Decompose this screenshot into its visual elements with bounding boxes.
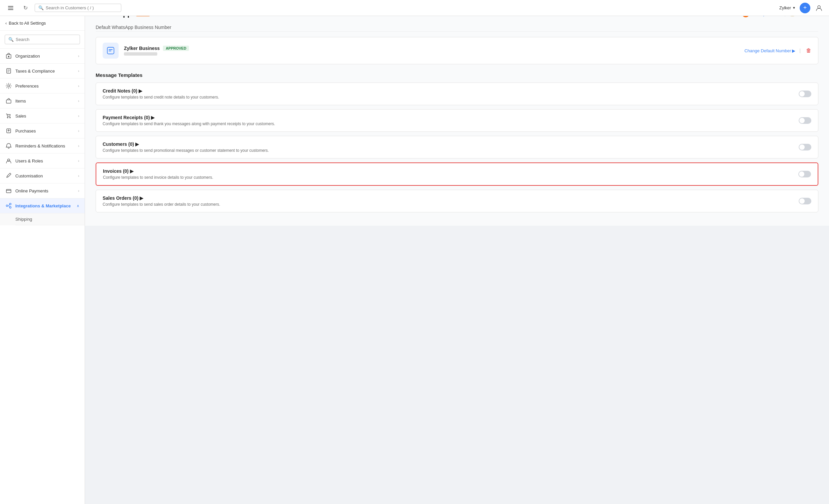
main-content: WhatsApp BETA ● 0 Buy Credits | 🔔 Learn … [85,0,829,226]
customers-desc: Configure templates to send promotional … [103,148,269,153]
sidebar-item-shipping[interactable]: Shipping [15,214,85,225]
sidebar-item-items[interactable]: Items › [0,93,85,109]
credit-notes-toggle[interactable] [799,90,812,97]
customers-toggle[interactable] [799,144,812,151]
sidebar-item-users[interactable]: Users & Roles › [0,153,85,168]
sidebar-item-sales[interactable]: Sales › [0,109,85,123]
chevron-down-icon: ▼ [792,6,796,10]
reminders-arrow: › [78,144,79,148]
org-name-label: Zylker [779,5,791,10]
svg-rect-1 [8,8,13,8]
sidebar-item-organization[interactable]: Organization › [0,49,85,64]
items-arrow: › [78,99,79,103]
sidebar-item-reminders[interactable]: Reminders & Notifications › [0,139,85,153]
template-credit-notes: Credit Notes (0) ▶ Configure templates t… [96,83,818,105]
customisation-icon [5,172,12,179]
svg-point-16 [10,207,11,208]
template-invoices: Invoices (0) ▶ Configure templates to se… [96,162,818,186]
preferences-icon [5,83,12,89]
reminders-icon [5,143,12,149]
payment-receipts-toggle[interactable] [799,117,812,124]
items-icon [5,98,12,104]
templates-section: Message Templates Credit Notes (0) ▶ Con… [96,72,818,212]
users-arrow: › [78,159,79,163]
sidebar-item-purchases[interactable]: Purchases › [0,123,85,139]
user-profile-icon[interactable] [814,3,824,13]
top-nav: ↻ 🔍 Zylker ▼ + [0,0,829,16]
default-number-card: Zylker Business APPROVED Change Default … [96,37,818,64]
payment-receipts-name[interactable]: Payment Receipts (0) ▶ [103,115,275,120]
credit-notes-desc: Configure templates to send credit note … [103,95,219,100]
sales-arrow: › [78,114,79,118]
global-search-input[interactable] [46,5,118,10]
sidebar-search-icon: 🔍 [8,37,14,42]
svg-point-14 [6,205,8,207]
shipping-label: Shipping [15,217,32,222]
sales-orders-desc: Configure templates to send sales order … [103,202,220,207]
business-name: Zylker Business [124,46,159,51]
templates-title: Message Templates [96,72,818,78]
reminders-label: Reminders & Notifications [15,144,65,149]
organization-icon [5,52,12,59]
online-payments-arrow: › [78,189,79,193]
add-button[interactable]: + [800,3,810,13]
payment-receipts-desc: Configure templates to send thank you me… [103,121,275,126]
purchases-icon [5,127,12,134]
svg-point-10 [10,117,11,118]
customisation-arrow: › [78,174,79,178]
taxes-label: Taxes & Compliance [15,69,55,74]
customers-name[interactable]: Customers (0) ▶ [103,142,269,147]
invoices-toggle[interactable] [798,171,811,178]
svg-rect-5 [8,56,9,57]
svg-rect-13 [6,189,11,193]
sidebar-item-online-payments[interactable]: Online Payments › [0,184,85,198]
users-label: Users & Roles [15,158,43,163]
sales-orders-name[interactable]: Sales Orders (0) ▶ [103,195,220,201]
delete-number-icon[interactable]: 🗑 [806,48,812,53]
invoices-desc: Configure templates to send invoice deta… [103,175,213,180]
integrations-sub-menu: Shipping [0,214,85,225]
svg-rect-8 [6,100,11,103]
template-payment-receipts: Payment Receipts (0) ▶ Configure templat… [96,109,818,132]
template-sales-orders: Sales Orders (0) ▶ Configure templates t… [96,190,818,212]
purchases-label: Purchases [15,128,36,133]
business-icon [103,43,119,59]
svg-point-9 [7,117,8,118]
sidebar-search-container: 🔍 [0,31,85,49]
integrations-icon [5,202,12,209]
sidebar-item-customisation[interactable]: Customisation › [0,168,85,184]
organization-label: Organization [15,53,40,59]
svg-rect-0 [8,6,13,7]
online-payments-icon [5,187,12,194]
organization-arrow: › [78,54,79,58]
online-payments-label: Online Payments [15,188,48,193]
back-to-settings[interactable]: ‹ Back to All Settings [0,16,85,31]
template-customers: Customers (0) ▶ Configure templates to s… [96,136,818,158]
customisation-label: Customisation [15,173,43,179]
hamburger-icon[interactable] [5,3,16,13]
sidebar-item-taxes[interactable]: Taxes & Compliance › [0,64,85,79]
sidebar-item-integrations[interactable]: Integrations & Marketplace ∧ [0,198,85,214]
taxes-arrow: › [78,69,79,73]
credit-notes-name[interactable]: Credit Notes (0) ▶ [103,88,219,93]
org-selector[interactable]: Zylker ▼ [779,5,796,10]
refresh-icon[interactable]: ↻ [20,3,31,13]
integrations-label: Integrations & Marketplace [15,203,71,208]
sidebar-item-preferences[interactable]: Preferences › [0,79,85,93]
change-default-arrow: ▶ [792,48,795,53]
purchases-arrow: › [78,129,79,133]
svg-rect-18 [109,49,113,50]
global-search-bar[interactable]: 🔍 [35,4,121,12]
invoices-name[interactable]: Invoices (0) ▶ [103,168,213,174]
preferences-label: Preferences [15,84,39,88]
sales-orders-toggle[interactable] [799,198,812,204]
change-default-number-link[interactable]: Change Default Number ▶ [744,48,795,53]
divider-pipe: | [799,48,801,53]
phone-number-placeholder [124,52,157,55]
items-label: Items [15,99,26,104]
sidebar-search-input[interactable] [16,37,76,42]
svg-rect-19 [109,50,111,51]
approved-badge: APPROVED [163,46,189,51]
sales-icon [5,113,12,119]
sidebar: ‹ Back to All Settings 🔍 Organization › … [0,16,85,226]
